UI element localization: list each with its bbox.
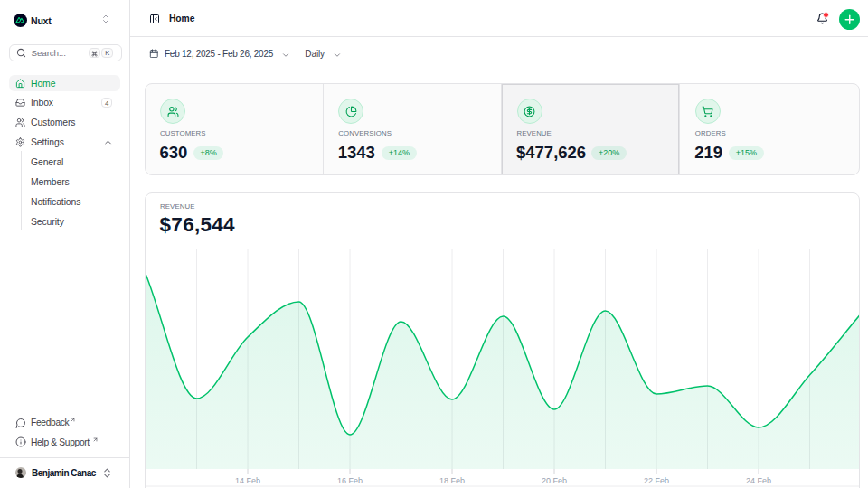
svg-text:16 Feb: 16 Feb — [336, 476, 362, 485]
svg-text:22 Feb: 22 Feb — [643, 476, 668, 485]
svg-text:14 Feb: 14 Feb — [234, 476, 259, 485]
svg-text:20 Feb: 20 Feb — [541, 476, 566, 485]
svg-text:24 Feb: 24 Feb — [745, 476, 770, 485]
svg-text:18 Feb: 18 Feb — [439, 476, 464, 485]
